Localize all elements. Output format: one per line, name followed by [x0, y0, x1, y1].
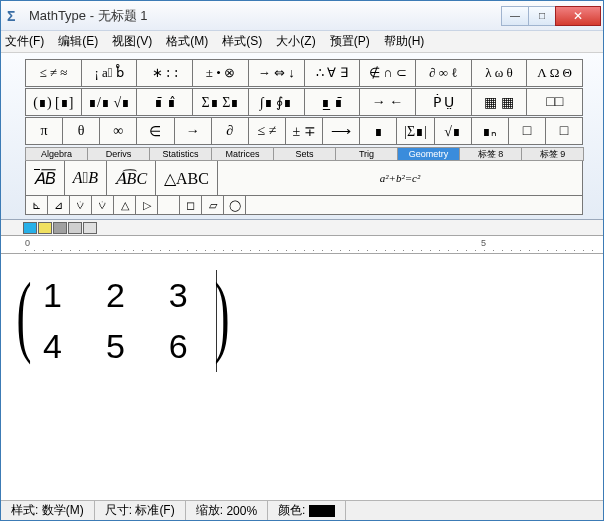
color-swatch-1[interactable]	[23, 222, 37, 234]
palette-labeled-arrow[interactable]: → ←	[360, 89, 416, 115]
color-swatch-5[interactable]	[83, 222, 97, 234]
matrix-cell-0-2[interactable]: 3	[147, 270, 210, 321]
geom-fill	[246, 196, 582, 214]
palette-integral[interactable]: ∫∎ ∮∎	[249, 89, 305, 115]
ruler-tick-0: 0	[25, 238, 30, 248]
sym-sumtpl[interactable]: |Σ∎|	[397, 118, 434, 144]
palette-embellish[interactable]: ∗ ꞉ ꞉	[137, 60, 193, 86]
geom-segment[interactable]: A͞B	[26, 161, 65, 195]
close-button[interactable]: ✕	[555, 6, 601, 26]
palette-arrows[interactable]: → ⇔ ↓	[249, 60, 305, 86]
tab-matrices[interactable]: Matrices	[211, 147, 274, 161]
menubar: 文件(F) 编辑(E) 视图(V) 格式(M) 样式(S) 大小(Z) 预置(P…	[1, 31, 603, 53]
sym-lene[interactable]: ≤ ≠	[249, 118, 286, 144]
equation-canvas[interactable]: ( 1 2 3 4 5 6 )	[1, 254, 603, 500]
sym-infty[interactable]: ∞	[100, 118, 137, 144]
ruler[interactable]: 0 5	[1, 236, 603, 254]
menu-preset[interactable]: 预置(P)	[330, 33, 370, 50]
geom-vector[interactable]: A⃗B	[65, 161, 107, 195]
tab-geometry[interactable]: Geometry	[397, 147, 460, 161]
matrix-cell-0-1[interactable]: 2	[84, 270, 147, 321]
color-swatch-4[interactable]	[68, 222, 82, 234]
palette-sum[interactable]: Σ∎ Σ∎	[193, 89, 249, 115]
palette-greek-uc[interactable]: Λ Ω Θ	[527, 60, 582, 86]
status-style[interactable]: 样式: 数学(M)	[1, 501, 95, 520]
tab-trig[interactable]: Trig	[335, 147, 398, 161]
tab-algebra[interactable]: Algebra	[25, 147, 88, 161]
palette-product[interactable]: Ṗ Ṳ	[416, 89, 472, 115]
geom-circle[interactable]: ◯	[224, 196, 246, 214]
app-icon: Σ	[7, 8, 23, 24]
palette-relational[interactable]: ≤ ≠ ≈	[26, 60, 82, 86]
geom-tri[interactable]: △	[114, 196, 136, 214]
titlebar[interactable]: Σ MathType - 无标题 1 — □ ✕	[1, 1, 603, 31]
sym-sqrt[interactable]: √∎	[435, 118, 472, 144]
color-swatch-2[interactable]	[38, 222, 52, 234]
palette-fraction[interactable]: ∎/∎ √∎	[82, 89, 138, 115]
status-zoom[interactable]: 缩放: 200%	[186, 501, 268, 520]
menu-view[interactable]: 视图(V)	[112, 33, 152, 50]
matrix-cell-1-0[interactable]: 4	[21, 321, 84, 372]
palette-set[interactable]: ∉ ∩ ⊂	[360, 60, 416, 86]
matrix-cell-1-1[interactable]: 5	[84, 321, 147, 372]
palette-misc[interactable]: ∂ ∞ ℓ	[416, 60, 472, 86]
sym-arrow[interactable]: →	[175, 118, 212, 144]
tab-sets[interactable]: Sets	[273, 147, 336, 161]
geom-arc[interactable]: A͡BC	[107, 161, 156, 195]
palette-subscript[interactable]: ∎̄ ∎̂	[137, 89, 193, 115]
ruler-tick-5: 5	[481, 238, 486, 248]
sym-pm[interactable]: ± ∓	[286, 118, 323, 144]
sym-slot[interactable]: ∎	[360, 118, 397, 144]
sym-box1[interactable]: □	[509, 118, 546, 144]
geom-perp2[interactable]: ⩒	[92, 196, 114, 214]
symbol-palette-row3: π θ ∞ ∈ → ∂ ≤ ≠ ± ∓ ⟶ ∎ |Σ∎| √∎ ∎ₙ □ □	[25, 117, 583, 145]
geom-square[interactable]: ◻	[180, 196, 202, 214]
palette-greek-lc[interactable]: λ ω θ	[472, 60, 528, 86]
palette-matrix[interactable]: ▦ ▦	[472, 89, 528, 115]
status-color[interactable]: 颜色:	[268, 501, 346, 520]
matrix-content[interactable]: 1 2 3 4 5 6	[21, 270, 217, 372]
palette-box[interactable]: □□	[527, 89, 582, 115]
palette-fence[interactable]: (∎) [∎]	[26, 89, 82, 115]
menu-file[interactable]: 文件(F)	[5, 33, 44, 50]
matrix-cell-1-2[interactable]: 6	[147, 321, 210, 372]
geom-triangle[interactable]: △ABC	[156, 161, 218, 195]
geom-rt[interactable]: ▷	[136, 196, 158, 214]
menu-help[interactable]: 帮助(H)	[384, 33, 425, 50]
symbol-palette-row1: ≤ ≠ ≈ ¡ aͦ b̊ ∗ ꞉ ꞉ ± • ⊗ → ⇔ ↓ ∴ ∀ ∃ ∉ …	[25, 59, 583, 87]
menu-size[interactable]: 大小(Z)	[276, 33, 315, 50]
sym-partial[interactable]: ∂	[212, 118, 249, 144]
geom-parallelogram[interactable]: ▱	[202, 196, 224, 214]
menu-edit[interactable]: 编辑(E)	[58, 33, 98, 50]
geom-perp1[interactable]: ⩒	[70, 196, 92, 214]
status-size[interactable]: 尺寸: 标准(F)	[95, 501, 186, 520]
sym-sub[interactable]: ∎ₙ	[472, 118, 509, 144]
sym-theta[interactable]: θ	[63, 118, 100, 144]
palette-bar[interactable]: ∎̲ ∎̄	[305, 89, 361, 115]
maximize-button[interactable]: □	[528, 6, 556, 26]
tab-strip: Algebra Derivs Statistics Matrices Sets …	[25, 147, 583, 161]
palette-logical[interactable]: ∴ ∀ ∃	[305, 60, 361, 86]
matrix-cell-0-0[interactable]: 1	[21, 270, 84, 321]
geom-angle1[interactable]: ⊾	[26, 196, 48, 214]
palette-spaces[interactable]: ¡ aͦ b̊	[82, 60, 138, 86]
window-title: MathType - 无标题 1	[29, 7, 502, 25]
tab-derivs[interactable]: Derivs	[87, 147, 150, 161]
sym-longarrow[interactable]: ⟶	[323, 118, 360, 144]
tab-9[interactable]: 标签 9	[521, 147, 584, 161]
menu-format[interactable]: 格式(M)	[166, 33, 208, 50]
geometry-large-row: A͞B A⃗B A͡BC △ABC a²+b²=c²	[25, 161, 583, 196]
tab-8[interactable]: 标签 8	[459, 147, 522, 161]
minimize-button[interactable]: —	[501, 6, 529, 26]
geom-pythag[interactable]: a²+b²=c²	[218, 161, 582, 195]
sym-box2[interactable]: □	[546, 118, 582, 144]
matrix-paren-right: )	[214, 270, 229, 360]
tab-statistics[interactable]: Statistics	[149, 147, 212, 161]
palette-operators[interactable]: ± • ⊗	[193, 60, 249, 86]
geom-angle2[interactable]: ⊿	[48, 196, 70, 214]
sym-elem[interactable]: ∈	[137, 118, 174, 144]
color-bar	[1, 220, 603, 236]
menu-style[interactable]: 样式(S)	[222, 33, 262, 50]
color-swatch-3[interactable]	[53, 222, 67, 234]
sym-pi[interactable]: π	[26, 118, 63, 144]
